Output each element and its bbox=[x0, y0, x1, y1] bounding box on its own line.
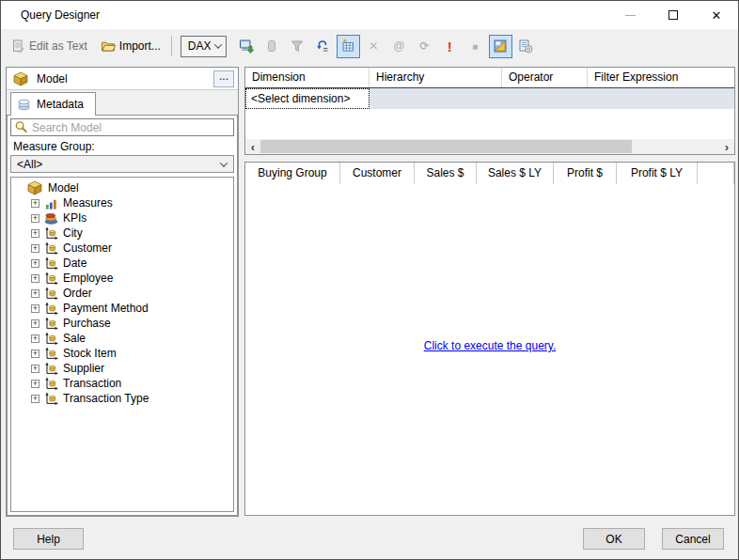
execute-query-link[interactable]: Click to execute the query. bbox=[245, 339, 734, 352]
show-empty-cells-button[interactable] bbox=[489, 35, 512, 58]
aggregations-arrow-icon bbox=[315, 39, 330, 54]
tree-item-stock-item[interactable]: + Stock Item bbox=[11, 346, 233, 361]
tree-item-kpis[interactable]: + KPIs bbox=[11, 210, 233, 226]
expand-icon[interactable]: + bbox=[31, 334, 39, 343]
column-header-buying-group: Buying Group bbox=[245, 163, 340, 184]
tree-item-label: Payment Method bbox=[63, 302, 149, 315]
scrollbar-track[interactable] bbox=[260, 139, 719, 154]
column-header-filler bbox=[698, 163, 734, 184]
cancel-button[interactable]: Cancel bbox=[662, 528, 724, 550]
toolbar-separator bbox=[171, 36, 172, 56]
expand-icon[interactable]: + bbox=[31, 214, 39, 223]
member-properties-button[interactable]: @ bbox=[387, 35, 411, 58]
column-header-sales-ly: Sales $ LY bbox=[477, 163, 554, 184]
tree-item-customer[interactable]: + Customer bbox=[11, 241, 233, 256]
measure-group-select[interactable]: <All> bbox=[10, 155, 234, 173]
scroll-left-button[interactable]: ‹ bbox=[245, 139, 260, 154]
metadata-content: Measure Group: <All> Model + Measures + bbox=[7, 115, 238, 516]
dimension-icon bbox=[44, 317, 58, 331]
command-type-select[interactable]: DAX bbox=[181, 36, 227, 57]
search-icon bbox=[14, 120, 28, 134]
filter-button[interactable] bbox=[286, 35, 309, 58]
tree-item-supplier[interactable]: + Supplier bbox=[11, 361, 233, 376]
tree-item-city[interactable]: + City bbox=[11, 226, 233, 241]
dimension-icon bbox=[44, 347, 58, 361]
calculated-member-grid-icon bbox=[340, 39, 355, 54]
expand-icon[interactable]: + bbox=[31, 319, 39, 328]
import-label: Import... bbox=[119, 39, 161, 53]
tree-item-label: City bbox=[63, 226, 83, 240]
minimize-button[interactable] bbox=[608, 1, 652, 29]
import-button[interactable]: Import... bbox=[98, 37, 164, 55]
tab-metadata[interactable]: Metadata bbox=[10, 92, 96, 116]
expand-icon[interactable]: + bbox=[31, 380, 39, 388]
execute-query-button[interactable]: ! bbox=[438, 35, 462, 58]
tree-item-date[interactable]: + Date bbox=[11, 256, 233, 271]
tree-item-label: Customer bbox=[63, 241, 112, 255]
dimension-icon bbox=[44, 332, 58, 346]
filter-grid-header: Dimension Hierarchy Operator Filter Expr… bbox=[245, 68, 734, 88]
close-icon: ✕ bbox=[712, 9, 722, 22]
delete-button[interactable]: ✕ bbox=[362, 35, 385, 58]
expand-icon[interactable]: + bbox=[31, 244, 39, 253]
tree-item-purchase[interactable]: + Purchase bbox=[11, 316, 233, 331]
clipboard-button[interactable] bbox=[260, 35, 284, 58]
expand-icon[interactable]: + bbox=[31, 350, 39, 358]
expand-icon[interactable]: + bbox=[31, 229, 39, 238]
dimension-icon bbox=[44, 392, 58, 406]
exclamation-icon: ! bbox=[448, 39, 452, 54]
dimension-icon bbox=[44, 362, 58, 376]
command-type-value: DAX bbox=[188, 39, 212, 53]
column-header-profit-ly: Profit $ LY bbox=[617, 163, 698, 184]
toolbar: Edit as Text Import... DAX ✕ @ bbox=[1, 29, 738, 63]
add-calculated-member-button[interactable] bbox=[337, 35, 360, 58]
close-button[interactable]: ✕ bbox=[695, 1, 738, 29]
maximize-icon bbox=[668, 10, 678, 20]
tree-item-order[interactable]: + Order bbox=[11, 286, 233, 301]
cube-icon bbox=[27, 180, 42, 195]
dimension-icon bbox=[44, 226, 58, 241]
tree-item-transaction[interactable]: + Transaction bbox=[11, 376, 233, 391]
tree-item-label: Stock Item bbox=[63, 347, 117, 360]
tree-item-label: Supplier bbox=[63, 362, 104, 375]
scrollbar-thumb[interactable] bbox=[260, 140, 632, 153]
tree-root-model[interactable]: Model bbox=[11, 180, 233, 195]
kpi-icon bbox=[44, 211, 58, 226]
tree-item-label: Transaction bbox=[63, 377, 121, 390]
design-query-button[interactable] bbox=[235, 35, 259, 58]
tree-item-label: Purchase bbox=[63, 317, 111, 330]
expand-icon[interactable]: + bbox=[31, 199, 39, 208]
edit-as-text-label: Edit as Text bbox=[29, 39, 87, 53]
tree-item-employee[interactable]: + Employee bbox=[11, 271, 233, 286]
search-input[interactable] bbox=[32, 121, 230, 134]
window-controls: ✕ bbox=[608, 1, 738, 29]
tree-item-measures[interactable]: + Measures bbox=[11, 195, 233, 210]
tree-item-transaction-type[interactable]: + Transaction Type bbox=[11, 391, 233, 406]
refresh-button[interactable]: ⟳ bbox=[413, 35, 436, 58]
expand-icon[interactable]: + bbox=[31, 289, 39, 298]
expand-icon[interactable]: + bbox=[31, 365, 39, 373]
cube-icon bbox=[13, 71, 28, 86]
tree-item-payment-method[interactable]: + Payment Method bbox=[11, 301, 233, 316]
show-aggregations-button[interactable] bbox=[311, 35, 335, 58]
expand-icon[interactable]: + bbox=[31, 395, 39, 403]
maximize-button[interactable] bbox=[652, 1, 695, 29]
dimension-icon bbox=[44, 241, 58, 256]
select-model-button[interactable]: ... bbox=[213, 70, 234, 87]
expand-icon[interactable]: + bbox=[31, 274, 39, 283]
result-grid-header: Buying Group Customer Sales $ Sales $ LY… bbox=[245, 163, 734, 184]
layers-icon bbox=[17, 98, 31, 112]
help-button[interactable]: Help bbox=[13, 528, 84, 550]
select-dimension-cell[interactable]: <Select dimension> bbox=[245, 88, 370, 109]
at-icon: @ bbox=[393, 39, 404, 53]
cancel-query-button[interactable]: ■ bbox=[464, 35, 487, 58]
search-box bbox=[10, 118, 234, 136]
tree-item-sale[interactable]: + Sale bbox=[11, 331, 233, 346]
ok-button[interactable]: OK bbox=[583, 528, 645, 550]
auto-execute-button[interactable] bbox=[514, 35, 538, 58]
edit-as-text-button[interactable]: Edit as Text bbox=[8, 37, 90, 55]
document-at-icon bbox=[518, 39, 533, 54]
expand-icon[interactable]: + bbox=[31, 304, 39, 313]
expand-icon[interactable]: + bbox=[31, 259, 39, 268]
scroll-right-button[interactable]: › bbox=[719, 139, 734, 154]
